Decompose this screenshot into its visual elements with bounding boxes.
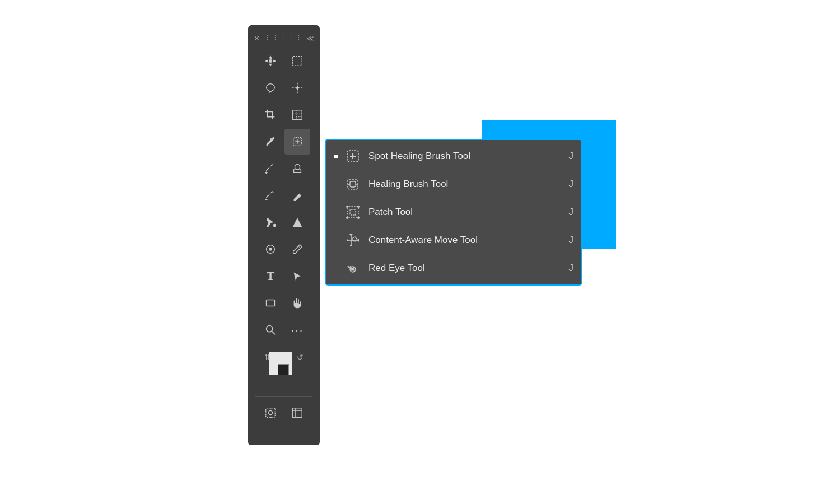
rectangular-marquee-tool[interactable] — [284, 48, 310, 74]
svg-point-41 — [357, 217, 360, 219]
red-eye-tool-icon — [343, 258, 363, 278]
content-aware-move-icon — [343, 230, 363, 250]
healing-brush-tool-label: Healing Brush Tool — [368, 179, 563, 190]
quick-mask-tool[interactable] — [258, 400, 283, 426]
svg-rect-36 — [347, 207, 358, 218]
svg-marker-17 — [293, 218, 302, 227]
brush-tool[interactable] — [258, 156, 283, 181]
healing-tools-flyout: ■ Spot Healing Brush Tool J ■ Healing Br… — [325, 139, 582, 286]
tool-row-6 — [248, 183, 320, 208]
crop-tool[interactable] — [258, 102, 283, 128]
toolbar-grip: ⋮⋮⋮⋮⋮ — [264, 34, 304, 41]
tool-row-2 — [248, 75, 320, 101]
tool-row-5 — [248, 156, 320, 181]
patch-tool-option[interactable]: ■ Patch Tool J — [326, 198, 581, 226]
spot-healing-brush-icon — [343, 146, 363, 166]
svg-rect-25 — [293, 408, 302, 418]
svg-point-14 — [265, 172, 268, 174]
clone-stamp-tool[interactable] — [284, 156, 310, 181]
switch-colors-button[interactable]: ⇄ — [263, 354, 272, 360]
svg-point-19 — [269, 248, 272, 251]
svg-point-31 — [352, 155, 354, 157]
svg-rect-6 — [293, 110, 302, 120]
healing-brush-shortcut: J — [569, 179, 574, 190]
tool-row-9: T — [248, 263, 320, 289]
tool-row-4 — [248, 129, 320, 155]
patch-tool-label: Patch Tool — [368, 207, 563, 218]
svg-rect-37 — [350, 209, 356, 215]
svg-point-10 — [267, 144, 268, 146]
history-brush-tool[interactable] — [258, 183, 283, 208]
background-color-swatch[interactable] — [278, 364, 289, 375]
tool-row-7 — [248, 209, 320, 235]
magic-wand-tool[interactable] — [284, 75, 310, 101]
dodge-tool-btn[interactable] — [284, 209, 310, 235]
spot-healing-brush-tool-button[interactable] — [284, 129, 310, 155]
patch-tool-shortcut: J — [569, 207, 574, 218]
smudge-tool[interactable] — [258, 236, 283, 262]
zoom-tool[interactable] — [258, 317, 283, 343]
collapse-panel-button[interactable]: ≪ — [306, 34, 314, 43]
svg-rect-23 — [266, 408, 276, 418]
svg-point-40 — [346, 217, 348, 219]
red-eye-tool-option[interactable]: ■ Red Eye Tool J — [326, 254, 581, 282]
tools-panel: ✕ ⋮⋮⋮⋮⋮ ≪ — [248, 25, 320, 445]
color-swatches: ↺ ⇄ — [248, 352, 320, 391]
spot-healing-brush-shortcut: J — [569, 151, 574, 162]
red-eye-tool-shortcut: J — [569, 263, 574, 274]
svg-rect-33 — [350, 181, 356, 187]
type-tool[interactable]: T — [258, 263, 283, 289]
tool-row-bottom — [248, 400, 320, 426]
svg-point-47 — [352, 268, 354, 271]
svg-point-38 — [346, 206, 348, 208]
svg-point-16 — [273, 224, 277, 227]
close-panel-button[interactable]: ✕ — [254, 34, 260, 43]
tool-row-1 — [248, 48, 320, 74]
tool-row-10 — [248, 290, 320, 316]
content-aware-move-tool-option[interactable]: ■ Content-Aware Move Tool J — [326, 226, 581, 254]
pen-tool[interactable] — [284, 236, 310, 262]
slice-tool[interactable] — [284, 102, 310, 128]
svg-line-44 — [348, 266, 349, 268]
red-eye-tool-label: Red Eye Tool — [368, 263, 563, 274]
shape-tool[interactable] — [258, 290, 283, 316]
content-aware-move-shortcut: J — [569, 235, 574, 246]
healing-brush-tool-option[interactable]: ■ Healing Brush Tool J — [326, 170, 581, 198]
hand-tool[interactable] — [284, 290, 310, 316]
eraser-tool[interactable] — [284, 183, 310, 208]
tool-row-11: ··· — [248, 317, 320, 343]
svg-rect-20 — [267, 300, 275, 306]
svg-point-21 — [267, 326, 273, 332]
spot-healing-brush-tool-option[interactable]: ■ Spot Healing Brush Tool J — [326, 142, 581, 170]
tool-row-3 — [248, 102, 320, 128]
lasso-tool[interactable] — [258, 75, 283, 101]
reset-colors-button[interactable]: ↺ — [297, 353, 304, 362]
path-selection-tool[interactable] — [284, 263, 310, 289]
svg-point-39 — [357, 206, 360, 208]
tool-row-8 — [248, 236, 320, 262]
svg-rect-0 — [293, 57, 302, 66]
svg-point-24 — [268, 410, 272, 414]
content-aware-move-tool-label: Content-Aware Move Tool — [368, 235, 563, 246]
toolbar-divider — [255, 346, 312, 346]
eyedropper-tool[interactable] — [258, 129, 283, 155]
paint-bucket-tool[interactable] — [258, 209, 283, 235]
more-tools-button[interactable]: ··· — [284, 317, 310, 343]
move-tool[interactable] — [258, 48, 283, 74]
toolbar-divider-2 — [255, 396, 312, 397]
selected-indicator: ■ — [334, 152, 343, 161]
healing-brush-icon — [343, 174, 363, 194]
svg-marker-5 — [295, 85, 301, 91]
patch-tool-icon — [343, 202, 363, 222]
svg-line-22 — [272, 331, 275, 334]
spot-healing-brush-tool-label: Spot Healing Brush Tool — [368, 151, 563, 162]
artboard-tool[interactable] — [284, 400, 310, 426]
